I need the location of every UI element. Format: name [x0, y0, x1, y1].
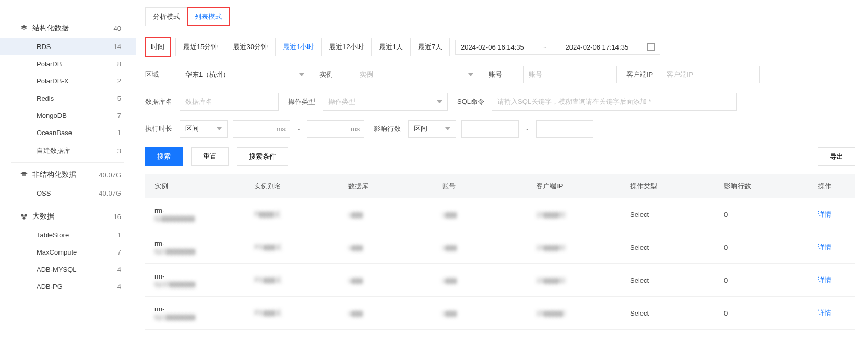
sidebar-item-label: Redis [37, 94, 54, 102]
region-select[interactable]: 华东1（杭州） [180, 66, 310, 83]
time-start: 2024-02-06 16:14:35 [461, 43, 524, 51]
cell-optype: Select [621, 231, 715, 264]
instance-label: 实例 [319, 70, 349, 79]
cell-action: 详情 [808, 198, 855, 231]
detail-link[interactable]: 详情 [818, 243, 831, 251]
rows-mode[interactable]: 区间 [408, 120, 456, 138]
account-placeholder: 账号 [529, 70, 542, 79]
sidebar-item-label: ADB-PG [37, 283, 63, 291]
filter-row-3: 执行时长 区间 ms - ms 影响行数 区间 - [145, 120, 855, 138]
th-db: 数据库 [339, 174, 433, 198]
sidebar-item-maxcompute[interactable]: MaxCompute7 [0, 244, 136, 261]
sidebar-item-label: RDS [37, 43, 51, 51]
cell-alias: PS▮▮▮试 [245, 231, 339, 264]
export-button[interactable]: 导出 [818, 147, 855, 166]
th-clientip: 客户端IP [527, 174, 621, 198]
dash: - [524, 125, 530, 133]
calendar-icon [647, 43, 655, 51]
sidebar-cat-bigdata[interactable]: 大数据 16 [0, 207, 136, 226]
dur-mode-val: 区间 [185, 124, 199, 134]
sidebar-item-label: PolarDB [37, 60, 62, 68]
time-end: 2024-02-06 17:14:35 [565, 43, 628, 51]
tab-list[interactable]: 列表模式 [187, 8, 229, 26]
dur-to[interactable]: ms [307, 120, 364, 138]
clientip-placeholder: 客户端IP [667, 70, 693, 79]
th-account: 账号 [433, 174, 527, 198]
time-opt-15m[interactable]: 最近15分钟 [176, 38, 225, 56]
region-value: 华东1（杭州） [185, 70, 230, 79]
ms-unit: ms [351, 125, 360, 133]
th-rows: 影响行数 [715, 174, 808, 198]
rows-to[interactable] [536, 120, 593, 138]
detail-link[interactable]: 详情 [818, 210, 831, 218]
search-button[interactable]: 搜索 [145, 147, 183, 166]
db-input[interactable]: 数据库名 [180, 93, 279, 111]
sidebar-item-label: MongoDB [37, 112, 67, 119]
sidebar-item-tablestore[interactable]: TableStore1 [0, 226, 136, 244]
sidebar-item-count: 40.07G [99, 189, 121, 197]
sidebar-item-mongodb[interactable]: MongoDB7 [0, 107, 136, 124]
chevron-down-icon [437, 100, 442, 103]
conditions-button[interactable]: 搜索条件 [237, 147, 288, 166]
sidebar-cat-count: 16 [114, 213, 121, 221]
chevron-down-icon [445, 127, 450, 130]
rows-label: 影响行数 [374, 124, 403, 134]
table-row: rm-bp1▮▮▮▮▮▮▮▮ PS▮▮▮试 s▮▮▮ s▮▮▮ 19▮▮▮▮92… [145, 231, 855, 264]
sidebar-cat-count: 40.07G [99, 171, 121, 179]
sidebar-item-selfdb[interactable]: 自建数据库3 [0, 141, 136, 160]
svg-point-6 [22, 216, 25, 219]
sidebar-cat-unstructured[interactable]: 非结构化数据 40.07G [0, 165, 136, 185]
svg-point-4 [21, 214, 23, 216]
cell-rows: 0 [715, 297, 808, 330]
sidebar-item-count: 1 [117, 129, 121, 137]
layers-icon [20, 24, 28, 32]
table-row: rm-bp18▮▮▮▮▮▮▮ PS▮▮▮试 s▮▮▮ s▮▮▮ 19▮▮▮▮92… [145, 264, 855, 297]
cell-rows: 0 [715, 231, 808, 264]
dur-mode[interactable]: 区间 [180, 120, 228, 138]
time-opt-7d[interactable]: 最近7天 [411, 38, 449, 56]
divider [11, 162, 124, 163]
time-opt-30m[interactable]: 最近30分钟 [225, 38, 275, 56]
sidebar-cat-structured[interactable]: 结构化数据 40 [0, 18, 136, 38]
account-label: 账号 [489, 70, 518, 79]
clientip-input[interactable]: 客户端IP [661, 66, 760, 83]
time-opt-12h[interactable]: 最近12小时 [322, 38, 371, 56]
sidebar-item-redis[interactable]: Redis5 [0, 90, 136, 107]
rows-from[interactable] [461, 120, 519, 138]
cell-clientip: 19▮▮▮▮▮2 [527, 297, 621, 330]
time-opt-1d[interactable]: 最近1天 [372, 38, 411, 56]
sidebar-item-label: PolarDB-X [37, 77, 68, 85]
sidebar-item-adbpg[interactable]: ADB-PG4 [0, 278, 136, 295]
detail-link[interactable]: 详情 [818, 276, 831, 284]
sidebar-item-oss[interactable]: OSS40.07G [0, 185, 136, 202]
region-label: 区域 [145, 70, 174, 79]
cell-rows: 0 [715, 264, 808, 297]
sidebar-item-count: 3 [117, 147, 121, 155]
sidebar-item-oceanbase[interactable]: OceanBase1 [0, 124, 136, 141]
account-input[interactable]: 账号 [523, 66, 617, 83]
sidebar-item-polardb[interactable]: PolarDB8 [0, 55, 136, 73]
reset-button[interactable]: 重置 [191, 147, 229, 166]
rows-mode-val: 区间 [414, 124, 427, 134]
dur-from[interactable]: ms [233, 120, 290, 138]
cell-alias: PS▮▮▮试 [245, 264, 339, 297]
time-picker[interactable]: 2024-02-06 16:14:35 ~ 2024-02-06 17:14:3… [455, 40, 660, 55]
cell-action: 详情 [808, 264, 855, 297]
sidebar-item-count: 1 [117, 231, 121, 239]
sidebar-item-rds[interactable]: RDS14 [0, 38, 136, 55]
sidebar-item-polardbx[interactable]: PolarDB-X2 [0, 73, 136, 90]
main: 分析模式 列表模式 时间 最近15分钟 最近30分钟 最近1小时 最近12小时 … [136, 0, 868, 330]
sidebar-item-adbmysql[interactable]: ADB-MYSQL4 [0, 261, 136, 278]
cell-clientip: 19▮▮▮▮92 [527, 231, 621, 264]
detail-link[interactable]: 详情 [818, 309, 831, 317]
cell-account: s▮▮▮ [433, 264, 527, 297]
time-label: 时间 [145, 38, 170, 56]
tab-analysis[interactable]: 分析模式 [146, 8, 187, 26]
time-opt-1h[interactable]: 最近1小时 [276, 38, 322, 56]
cell-db: s▮▮▮ [339, 231, 433, 264]
optype-select[interactable]: 操作类型 [323, 93, 448, 111]
cell-action: 详情 [808, 297, 855, 330]
sql-input[interactable]: 请输入SQL关键字，模糊查询请在关键字后面添加 * [492, 93, 737, 111]
instance-select[interactable]: 实例 [354, 66, 479, 83]
cell-instance: rm-bp18▮▮▮▮▮▮▮ [145, 264, 245, 297]
